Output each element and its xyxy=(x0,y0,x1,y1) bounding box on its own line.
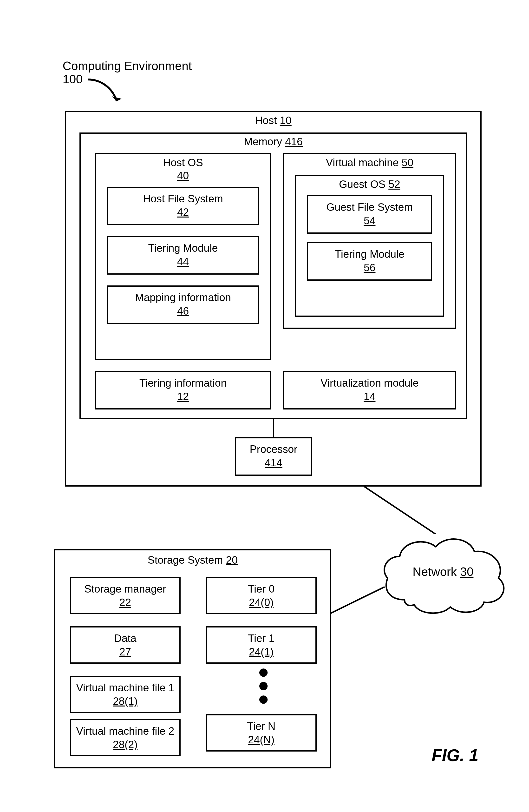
virtual-machine-label: Virtual machine 50 xyxy=(284,157,455,169)
tiering-information-number: 12 xyxy=(96,390,270,403)
mapping-information-box: Mapping information 46 xyxy=(107,286,259,324)
tier-1-number: 24(1) xyxy=(207,646,315,658)
host-os-number: 40 xyxy=(96,170,270,182)
processor-box: Processor 414 xyxy=(235,437,312,476)
storage-manager-box: Storage manager 22 xyxy=(70,577,180,614)
data-number: 27 xyxy=(71,646,179,658)
guest-file-system-label: Guest File System xyxy=(308,201,431,213)
svg-line-1 xyxy=(364,486,436,534)
vm-file-2-label: Virtual machine file 2 xyxy=(71,725,179,737)
guest-file-system-box: Guest File System 54 xyxy=(307,195,432,234)
connector-line xyxy=(273,418,274,438)
guest-os-text: Guest OS xyxy=(339,178,385,190)
guest-os-label: Guest OS 52 xyxy=(296,178,443,190)
vm-file-1-label: Virtual machine file 1 xyxy=(71,682,179,694)
storage-system-label: Storage System 20 xyxy=(55,554,330,566)
host-os-label: Host OS xyxy=(96,157,270,169)
virtual-machine-text: Virtual machine xyxy=(326,157,398,169)
environment-title: Computing Environment xyxy=(63,59,192,73)
tiering-module-host-box: Tiering Module 44 xyxy=(107,236,259,275)
tier-0-number: 24(0) xyxy=(207,596,315,608)
tiering-information-box: Tiering information 12 xyxy=(95,371,271,409)
host-number: 10 xyxy=(280,114,292,126)
tier-1-label: Tier 1 xyxy=(207,632,315,644)
memory-text: Memory xyxy=(244,135,282,147)
network-number: 30 xyxy=(460,565,474,579)
data-label: Data xyxy=(71,632,179,644)
tiering-module-host-label: Tiering Module xyxy=(108,242,258,254)
virtual-machine-number: 50 xyxy=(402,157,413,169)
data-box: Data 27 xyxy=(70,626,180,664)
tier-0-box: Tier 0 24(0) xyxy=(206,577,317,614)
tier-1-box: Tier 1 24(1) xyxy=(206,626,317,664)
storage-manager-number: 22 xyxy=(71,596,179,608)
svg-line-2 xyxy=(329,586,385,614)
vm-file-1-number: 28(1) xyxy=(71,695,179,707)
tiering-module-guest-number: 56 xyxy=(308,262,431,274)
tier-n-number: 24(N) xyxy=(207,734,315,746)
host-file-system-number: 42 xyxy=(108,206,258,218)
host-text: Host xyxy=(255,114,277,126)
vm-file-2-number: 28(2) xyxy=(71,739,179,751)
environment-number: 100 xyxy=(63,72,83,86)
tier-n-label: Tier N xyxy=(207,720,315,732)
connector-line xyxy=(329,586,385,614)
virtualization-module-number: 14 xyxy=(284,390,455,403)
tiering-information-label: Tiering information xyxy=(96,377,270,389)
processor-number: 414 xyxy=(236,457,311,469)
storage-manager-label: Storage manager xyxy=(71,583,179,595)
guest-file-system-number: 54 xyxy=(308,215,431,227)
svg-marker-0 xyxy=(112,96,122,101)
tiering-module-guest-box: Tiering Module 56 xyxy=(307,242,432,281)
vm-file-2-box: Virtual machine file 2 28(2) xyxy=(70,719,180,756)
arrow-icon xyxy=(86,75,127,111)
tiering-module-guest-label: Tiering Module xyxy=(308,248,431,260)
network-label: Network 30 xyxy=(409,565,477,579)
storage-system-text: Storage System xyxy=(148,554,223,566)
virtualization-module-label: Virtualization module xyxy=(284,377,455,389)
network-text: Network xyxy=(413,565,457,579)
vm-file-1-box: Virtual machine file 1 28(1) xyxy=(70,676,180,713)
storage-system-number: 20 xyxy=(226,554,238,566)
mapping-information-label: Mapping information xyxy=(108,291,258,304)
memory-label: Memory 416 xyxy=(80,135,466,148)
host-label: Host 10 xyxy=(66,114,480,127)
tiering-module-host-number: 44 xyxy=(108,256,258,267)
connector-line xyxy=(364,486,436,534)
processor-label: Processor xyxy=(236,443,311,455)
guest-os-number: 52 xyxy=(388,178,400,190)
figure-label: FIG. 1 xyxy=(432,746,479,765)
tier-n-box: Tier N 24(N) xyxy=(206,714,317,752)
tier-0-label: Tier 0 xyxy=(207,583,315,595)
mapping-information-number: 46 xyxy=(108,305,258,317)
host-file-system-box: Host File System 42 xyxy=(107,187,259,225)
host-file-system-label: Host File System xyxy=(108,193,258,205)
virtualization-module-box: Virtualization module 14 xyxy=(283,371,456,409)
vertical-ellipsis-icon: ●●● xyxy=(258,665,265,705)
memory-number: 416 xyxy=(285,135,303,147)
